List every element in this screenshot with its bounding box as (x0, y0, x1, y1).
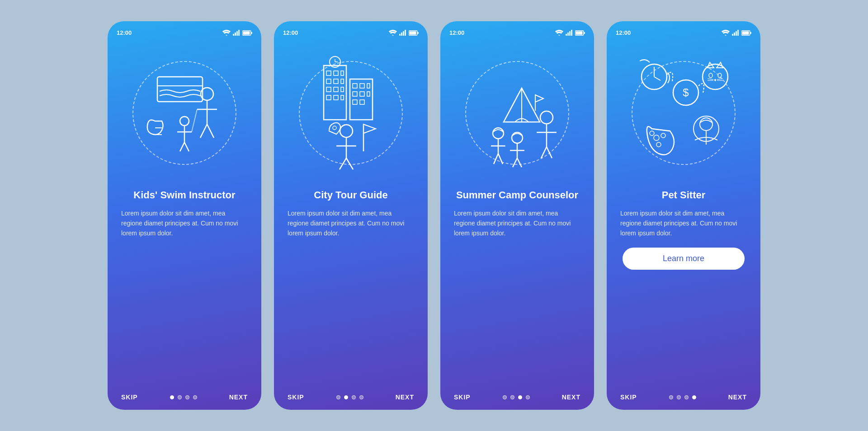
dot-4-4 (692, 395, 696, 399)
camp-skip-btn[interactable]: SKIP (454, 394, 471, 401)
status-bar-2: 12:00 (283, 29, 419, 36)
dot-2-4 (359, 395, 363, 399)
pet-title: Pet Sitter (662, 189, 706, 202)
svg-rect-91 (736, 31, 737, 36)
dot-4-3 (684, 395, 689, 399)
wifi-icon-2 (389, 30, 397, 36)
svg-rect-24 (401, 33, 402, 36)
battery-icon (242, 30, 252, 36)
swim-title: Kids' Swim Instructor (133, 189, 235, 202)
dot-1-1 (170, 395, 174, 399)
battery-icon-2 (409, 30, 419, 36)
pet-nav: SKIP NEXT (616, 394, 751, 401)
swim-next-btn[interactable]: NEXT (229, 394, 248, 401)
dot-4-2 (677, 395, 681, 399)
svg-rect-94 (750, 32, 752, 34)
status-bar-1: 12:00 (117, 29, 252, 36)
learn-more-button[interactable]: Learn more (623, 248, 745, 270)
pet-skip-btn[interactable]: SKIP (620, 394, 637, 401)
svg-rect-29 (410, 31, 416, 34)
svg-rect-90 (734, 33, 735, 36)
wifi-icon (222, 30, 231, 36)
battery-icon-3 (575, 30, 585, 36)
status-time-2: 12:00 (283, 29, 298, 36)
dot-4-1 (669, 395, 673, 399)
status-icons-2 (389, 30, 419, 36)
pet-next-btn[interactable]: NEXT (728, 394, 747, 401)
svg-rect-23 (399, 34, 401, 36)
svg-rect-1 (235, 33, 236, 36)
status-icons-1 (222, 30, 252, 36)
city-desc: Lorem ipsum dolor sit dim amet, mea regi… (283, 208, 419, 239)
camp-title: Summer Camp Counselor (456, 189, 578, 202)
city-nav: SKIP NEXT (283, 394, 419, 401)
dot-2-1 (336, 395, 340, 399)
status-icons-3 (555, 30, 585, 36)
dot-1-2 (178, 395, 182, 399)
swim-desc: Lorem ipsum dolor sit dim amet, mea regi… (117, 208, 252, 239)
svg-rect-65 (569, 31, 571, 36)
dot-3-3 (518, 395, 522, 399)
dashed-circle-2 (299, 61, 403, 165)
city-illustration (292, 45, 410, 181)
svg-rect-6 (243, 31, 250, 34)
camp-illustration (458, 45, 576, 181)
signal-icon-2 (399, 30, 406, 36)
swim-skip-btn[interactable]: SKIP (121, 394, 138, 401)
svg-rect-69 (576, 31, 583, 34)
dashed-circle-4 (632, 61, 736, 165)
screen-pet-sitter: 12:00 $ (607, 21, 760, 410)
svg-rect-92 (737, 30, 739, 36)
city-skip-btn[interactable]: SKIP (288, 394, 304, 401)
pet-illustration: $ (625, 45, 742, 181)
dashed-circle-3 (465, 61, 569, 165)
signal-icon (233, 30, 240, 36)
wifi-icon-3 (555, 30, 563, 36)
city-dots (336, 395, 363, 399)
svg-rect-66 (571, 30, 572, 36)
camp-dots (503, 395, 530, 399)
dot-1-3 (185, 395, 189, 399)
swim-nav: SKIP NEXT (117, 394, 252, 401)
city-title: City Tour Guide (314, 189, 387, 202)
dot-3-4 (526, 395, 530, 399)
dot-1-4 (193, 395, 197, 399)
svg-rect-68 (584, 32, 585, 34)
svg-rect-3 (238, 30, 240, 36)
screen-city-tour: 12:00 (274, 21, 428, 410)
svg-rect-63 (566, 34, 567, 36)
pet-dots (669, 395, 696, 399)
svg-rect-5 (251, 32, 253, 34)
svg-rect-0 (233, 34, 234, 36)
dot-3-1 (503, 395, 507, 399)
status-icons-4 (722, 30, 751, 36)
signal-icon-3 (566, 30, 573, 36)
svg-rect-2 (236, 31, 238, 36)
dot-2-3 (352, 395, 356, 399)
svg-rect-25 (403, 31, 404, 36)
status-time-4: 12:00 (616, 29, 631, 36)
battery-icon-4 (741, 30, 751, 36)
svg-rect-28 (418, 32, 419, 34)
wifi-icon-4 (722, 30, 730, 36)
status-bar-3: 12:00 (449, 29, 585, 36)
city-next-btn[interactable]: NEXT (396, 394, 414, 401)
screen-summer-camp: 12:00 (440, 21, 594, 410)
status-time-3: 12:00 (449, 29, 464, 36)
camp-nav: SKIP NEXT (449, 394, 585, 401)
pet-desc: Lorem ipsum dolor sit dim amet, mea regi… (616, 208, 751, 239)
status-bar-4: 12:00 (616, 29, 751, 36)
swim-dots (170, 395, 197, 399)
swim-illustration (126, 45, 243, 181)
dot-2-2 (344, 395, 348, 399)
status-time-1: 12:00 (117, 29, 132, 36)
svg-rect-89 (732, 34, 733, 36)
screens-container: 12:00 (108, 21, 760, 410)
svg-rect-95 (742, 31, 749, 34)
dot-3-2 (510, 395, 514, 399)
camp-desc: Lorem ipsum dolor sit dim amet, mea regi… (449, 208, 585, 239)
svg-rect-64 (567, 33, 569, 36)
camp-next-btn[interactable]: NEXT (562, 394, 580, 401)
dashed-circle-1 (132, 61, 236, 165)
screen-swim-instructor: 12:00 (108, 21, 261, 410)
